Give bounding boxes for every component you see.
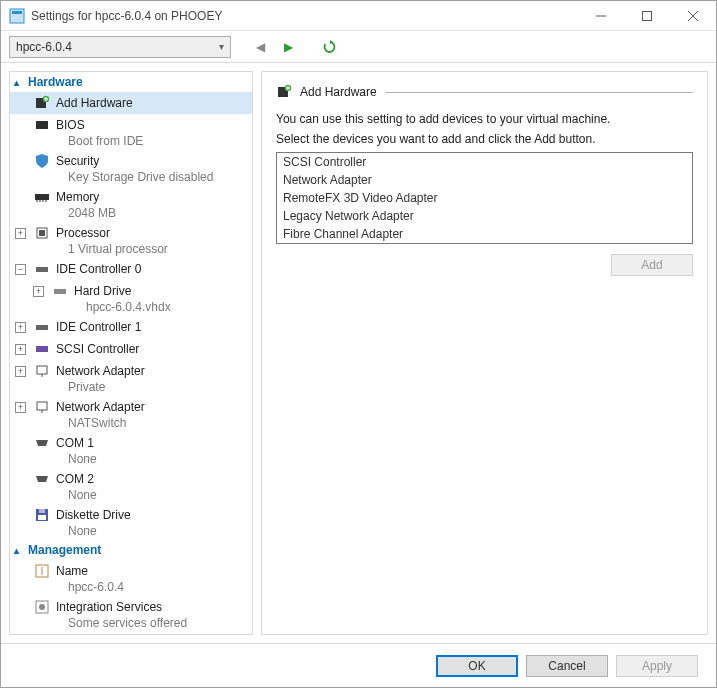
- tree-item-add-hardware[interactable]: +Add Hardware: [10, 92, 252, 114]
- tree-item-security[interactable]: +Security Key Storage Drive disabled: [10, 150, 252, 186]
- nav-back-button[interactable]: ◀: [249, 36, 271, 58]
- controller-icon: [34, 261, 50, 277]
- toolbar: hpcc-6.0.4 ▾ ◀ ▶: [1, 31, 716, 63]
- svg-rect-11: [35, 194, 49, 200]
- svg-rect-24: [37, 402, 47, 410]
- tree-item-scsi[interactable]: +SCSI Controller: [10, 338, 252, 360]
- panel-desc-2: Select the devices you want to add and c…: [276, 132, 693, 146]
- cancel-button[interactable]: Cancel: [526, 655, 608, 677]
- expand-icon[interactable]: +: [33, 286, 44, 297]
- apply-button: Apply: [616, 655, 698, 677]
- tree-item-com1[interactable]: +COM 1 None: [10, 432, 252, 468]
- list-item[interactable]: SCSI Controller: [277, 153, 692, 171]
- serial-port-icon: [34, 471, 50, 487]
- vm-selector-value: hpcc-6.0.4: [16, 40, 72, 54]
- settings-tree[interactable]: ▴ Hardware +Add Hardware +BIOS Boot from…: [9, 71, 253, 635]
- add-hardware-icon: [34, 95, 50, 111]
- refresh-button[interactable]: [319, 36, 341, 58]
- expand-icon[interactable]: +: [15, 366, 26, 377]
- cpu-icon: [34, 225, 50, 241]
- tree-item-hard-drive[interactable]: +Hard Drive hpcc-6.0.4.vhdx: [10, 280, 252, 316]
- network-icon: [34, 363, 50, 379]
- window-title: Settings for hpcc-6.0.4 on PHOOEY: [31, 9, 578, 23]
- list-item[interactable]: Network Adapter: [277, 171, 692, 189]
- name-icon: [34, 563, 50, 579]
- expand-icon[interactable]: +: [15, 228, 26, 239]
- svg-rect-10: [36, 121, 48, 129]
- chevron-up-icon: ▴: [14, 545, 24, 556]
- chevron-up-icon: ▴: [14, 77, 24, 88]
- list-item[interactable]: Legacy Network Adapter: [277, 207, 692, 225]
- tree-item-diskette[interactable]: +Diskette Drive None: [10, 504, 252, 540]
- panel-heading: Add Hardware: [300, 85, 377, 99]
- tree-item-bios[interactable]: +BIOS Boot from IDE: [10, 114, 252, 150]
- tree-item-ide0[interactable]: −IDE Controller 0: [10, 258, 252, 280]
- disk-icon: [52, 283, 68, 299]
- expand-icon[interactable]: +: [15, 322, 26, 333]
- tree-item-processor[interactable]: +Processor 1 Virtual processor: [10, 222, 252, 258]
- settings-window: Settings for hpcc-6.0.4 on PHOOEY hpcc-6…: [0, 0, 717, 688]
- add-hardware-list[interactable]: SCSI Controller Network Adapter RemoteFX…: [276, 152, 693, 244]
- shield-icon: [34, 153, 50, 169]
- collapse-icon[interactable]: −: [15, 264, 26, 275]
- tree-item-network-adapter-1[interactable]: +Network Adapter Private: [10, 360, 252, 396]
- svg-rect-17: [39, 230, 45, 236]
- svg-rect-21: [36, 346, 48, 352]
- svg-rect-27: [39, 509, 45, 513]
- panel-desc-1: You can use this setting to add devices …: [276, 112, 693, 126]
- svg-rect-1: [12, 11, 22, 14]
- section-label: Management: [28, 543, 101, 557]
- tree-item-com2[interactable]: +COM 2 None: [10, 468, 252, 504]
- maximize-button[interactable]: [624, 1, 670, 30]
- list-item[interactable]: RemoteFX 3D Video Adapter: [277, 189, 692, 207]
- vm-selector-combo[interactable]: hpcc-6.0.4 ▾: [9, 36, 231, 58]
- tree-item-integration-services[interactable]: +Integration Services Some services offe…: [10, 596, 252, 632]
- ok-button[interactable]: OK: [436, 655, 518, 677]
- dialog-footer: OK Cancel Apply: [1, 643, 716, 687]
- svg-rect-22: [37, 366, 47, 374]
- section-hardware[interactable]: ▴ Hardware: [10, 72, 252, 92]
- expand-icon[interactable]: +: [15, 344, 26, 355]
- tree-item-memory[interactable]: +Memory 2048 MB: [10, 186, 252, 222]
- panel-heading-row: Add Hardware: [276, 84, 693, 100]
- heading-divider: [385, 92, 693, 93]
- svg-rect-28: [38, 515, 46, 520]
- svg-rect-18: [36, 267, 48, 272]
- settings-panel: Add Hardware You can use this setting to…: [261, 71, 708, 635]
- memory-icon: [34, 189, 50, 205]
- window-buttons: [578, 1, 716, 30]
- close-button[interactable]: [670, 1, 716, 30]
- network-icon: [34, 399, 50, 415]
- svg-point-32: [39, 604, 45, 610]
- list-item[interactable]: Fibre Channel Adapter: [277, 225, 692, 243]
- app-icon: [9, 8, 25, 24]
- svg-rect-3: [643, 11, 652, 20]
- floppy-icon: [34, 507, 50, 523]
- svg-rect-19: [54, 289, 66, 294]
- controller-icon: [34, 319, 50, 335]
- nav-forward-button[interactable]: ▶: [277, 36, 299, 58]
- svg-rect-20: [36, 325, 48, 330]
- dialog-body: ▴ Hardware +Add Hardware +BIOS Boot from…: [1, 63, 716, 643]
- tree-item-checkpoints[interactable]: +Checkpoints Production: [10, 632, 252, 635]
- tree-item-ide1[interactable]: +IDE Controller 1: [10, 316, 252, 338]
- add-button: Add: [611, 254, 693, 276]
- titlebar: Settings for hpcc-6.0.4 on PHOOEY: [1, 1, 716, 31]
- tree-item-name[interactable]: +Name hpcc-6.0.4: [10, 560, 252, 596]
- firmware-icon: [34, 117, 50, 133]
- scsi-icon: [34, 341, 50, 357]
- expand-icon[interactable]: +: [15, 402, 26, 413]
- section-label: Hardware: [28, 75, 83, 89]
- serial-port-icon: [34, 435, 50, 451]
- chevron-down-icon: ▾: [219, 41, 224, 52]
- tree-item-network-adapter-2[interactable]: +Network Adapter NATSwitch: [10, 396, 252, 432]
- section-management[interactable]: ▴ Management: [10, 540, 252, 560]
- services-icon: [34, 599, 50, 615]
- right-column: Add Hardware You can use this setting to…: [261, 71, 708, 635]
- minimize-button[interactable]: [578, 1, 624, 30]
- add-hardware-icon: [276, 84, 292, 100]
